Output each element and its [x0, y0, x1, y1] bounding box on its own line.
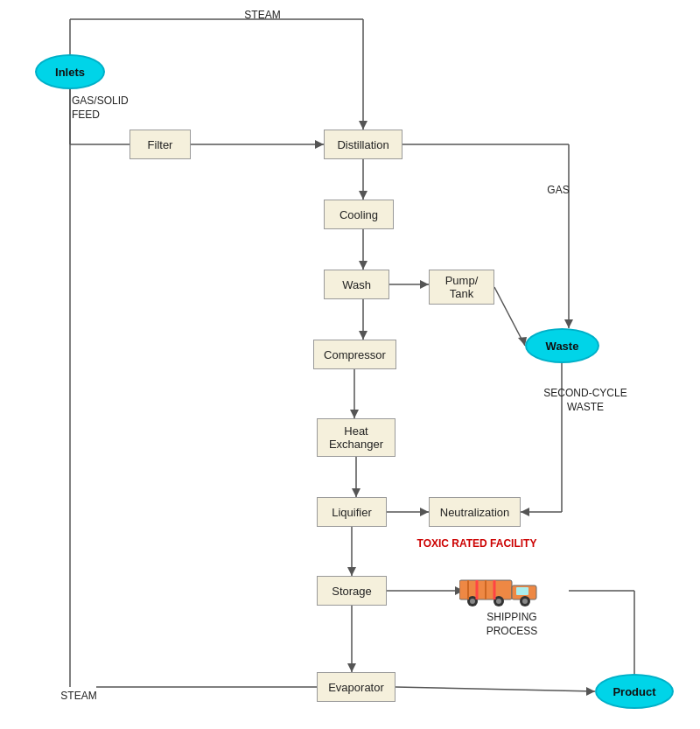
- product-node: Product: [595, 674, 674, 709]
- svg-point-47: [470, 599, 475, 604]
- svg-marker-20: [564, 319, 573, 328]
- svg-marker-31: [347, 567, 356, 576]
- compressor-node: Compressor: [313, 340, 396, 369]
- liquifier-node: Liquifier: [317, 497, 387, 527]
- gas-solid-feed-label: GAS/SOLIDFEED: [72, 95, 142, 122]
- cooling-node: Cooling: [324, 200, 394, 229]
- svg-marker-9: [359, 191, 368, 200]
- pump-tank-node: Pump/ Tank: [429, 270, 494, 305]
- wash-node: Wash: [324, 270, 389, 299]
- neutralization-node: Neutralization: [429, 497, 521, 527]
- truck-icon: [459, 573, 547, 608]
- svg-marker-17: [359, 331, 368, 340]
- shipping-process-label: SHIPPINGPROCESS: [464, 611, 560, 638]
- svg-marker-4: [359, 121, 368, 130]
- svg-marker-13: [420, 280, 429, 289]
- second-cycle-waste-label: SECOND-CYCLEWASTE: [537, 387, 634, 414]
- waste-node: Waste: [525, 328, 599, 363]
- gas-right-label: GAS: [541, 184, 576, 196]
- process-flow-diagram: Inlets Filter Distillation Cooling Wash …: [0, 0, 700, 729]
- storage-node: Storage: [317, 576, 387, 606]
- svg-rect-45: [516, 587, 528, 595]
- distillation-node: Distillation: [324, 130, 402, 159]
- svg-point-49: [496, 599, 501, 604]
- svg-marker-11: [359, 261, 368, 270]
- inlets-node: Inlets: [35, 54, 105, 89]
- filter-node: Filter: [130, 130, 191, 159]
- svg-point-51: [522, 599, 528, 604]
- svg-marker-38: [347, 663, 356, 672]
- shipping-process-container: [455, 564, 551, 617]
- steam-top-label: STEAM: [236, 9, 289, 21]
- toxic-rated-label: TOXIC RATED FACILITY: [407, 537, 547, 550]
- heat-exchanger-node: Heat Exchanger: [317, 418, 396, 457]
- evaporator-node: Evaporator: [317, 672, 396, 702]
- svg-marker-24: [352, 488, 360, 497]
- svg-marker-29: [521, 508, 529, 516]
- svg-marker-7: [315, 140, 324, 149]
- svg-marker-26: [420, 508, 429, 516]
- svg-line-40: [396, 687, 595, 691]
- steam-bottom-label: STEAM: [52, 690, 105, 702]
- svg-marker-22: [350, 410, 359, 418]
- svg-line-14: [494, 287, 525, 346]
- svg-marker-41: [586, 687, 595, 696]
